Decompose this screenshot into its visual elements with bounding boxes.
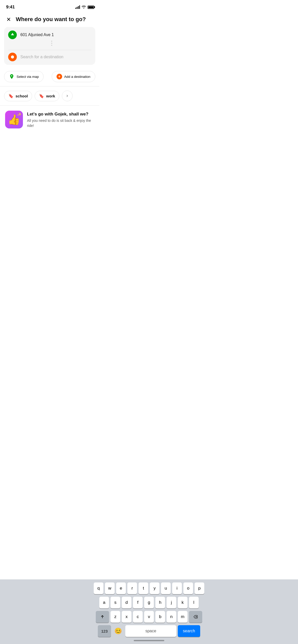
battery-icon (88, 6, 94, 9)
shortcut-school[interactable]: 🔖 school (4, 91, 32, 101)
route-dots (12, 39, 91, 47)
select-via-map-button[interactable]: Select via map (4, 71, 44, 82)
add-destination-label: Add a destination (64, 75, 90, 79)
status-time: 9:41 (6, 5, 15, 10)
promo-content: Let's go with Gojek, shall we? All you n… (27, 111, 94, 128)
origin-row: 601 Aljunied Ave 1 (8, 31, 91, 39)
page-title: Where do you want to go? (16, 16, 86, 23)
shortcuts-row: 🔖 school 🔖 work (0, 86, 99, 105)
map-icon (9, 74, 15, 79)
destination-row[interactable] (8, 53, 91, 61)
origin-address[interactable]: 601 Aljunied Ave 1 (20, 33, 54, 37)
destination-icon (8, 53, 17, 61)
promo-image: 👍 ✨ (5, 111, 23, 128)
promo-description: All you need to do is sit back & enjoy t… (27, 118, 94, 128)
school-label: school (16, 94, 28, 98)
status-icons (75, 5, 94, 9)
map-button-label: Select via map (17, 75, 39, 79)
close-button[interactable] (5, 16, 12, 23)
page-header: Where do you want to go? (0, 13, 99, 27)
promo-title: Let's go with Gojek, shall we? (27, 112, 94, 117)
promo-section: 👍 ✨ Let's go with Gojek, shall we? All y… (0, 106, 99, 134)
wifi-icon (82, 5, 86, 9)
more-shortcuts-button[interactable] (62, 91, 73, 101)
search-separator (8, 50, 91, 50)
add-destination-icon: + (57, 74, 62, 79)
work-label: work (46, 94, 55, 98)
status-bar: 9:41 (0, 0, 99, 13)
action-buttons-row: Select via map + Add a destination (0, 69, 99, 86)
signal-icon (75, 5, 80, 9)
school-bookmark-icon: 🔖 (8, 94, 13, 98)
search-box: 601 Aljunied Ave 1 (4, 27, 95, 65)
origin-icon (8, 31, 17, 39)
chevron-right-icon (66, 94, 69, 97)
destination-input[interactable] (20, 55, 91, 59)
work-bookmark-icon: 🔖 (39, 94, 44, 98)
shortcut-work[interactable]: 🔖 work (35, 91, 59, 101)
add-destination-button[interactable]: + Add a destination (52, 71, 95, 82)
